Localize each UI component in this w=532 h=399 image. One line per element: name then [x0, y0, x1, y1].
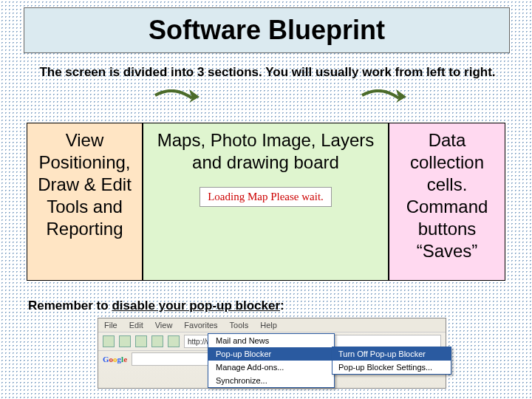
subtitle-text: The screen is divided into 3 sections. Y…	[21, 65, 514, 80]
menu-tools[interactable]: Tools	[230, 321, 249, 330]
back-icon[interactable]	[103, 335, 115, 347]
stop-icon[interactable]	[135, 335, 147, 347]
menu-item-manage-addons[interactable]: Manage Add-ons...	[208, 361, 334, 374]
menu-view[interactable]: View	[155, 321, 173, 330]
panel-right-text: Data collection cells. Command buttons “…	[392, 129, 502, 262]
reminder-text: Remember to disable your pop-up blocker:	[28, 299, 284, 313]
google-logo: Google	[103, 355, 127, 364]
page-title: Software Blueprint	[149, 15, 385, 46]
panel-middle-text: Maps, Photo Image, Layers and drawing bo…	[146, 129, 385, 174]
menu-item-mail-news[interactable]: Mail and News	[208, 334, 334, 347]
curved-arrow-icon	[355, 89, 406, 117]
menu-item-popup-blocker[interactable]: Pop-up Blocker	[208, 347, 334, 361]
loading-message: Loading Map Please wait.	[200, 187, 332, 207]
panels-row: View Positioning, Draw & Edit Tools and …	[27, 123, 505, 281]
panel-right: Data collection cells. Command buttons “…	[389, 123, 505, 281]
menu-item-synchronize[interactable]: Synchronize...	[208, 374, 334, 387]
menu-item-popup-settings[interactable]: Pop-up Blocker Settings...	[332, 361, 451, 374]
browser-menubar: File Edit View Favorites Tools Help	[98, 318, 446, 332]
panel-left: View Positioning, Draw & Edit Tools and …	[27, 123, 143, 281]
curved-arrow-icon	[148, 89, 200, 117]
menu-favorites[interactable]: Favorites	[184, 321, 217, 330]
menu-file[interactable]: File	[104, 321, 117, 330]
refresh-icon[interactable]	[151, 335, 163, 347]
panel-middle: Maps, Photo Image, Layers and drawing bo…	[143, 123, 389, 281]
menu-help[interactable]: Help	[260, 321, 277, 330]
home-icon[interactable]	[168, 335, 180, 347]
menu-item-turn-off-popup[interactable]: Turn Off Pop-up Blocker	[332, 347, 451, 361]
forward-icon[interactable]	[119, 335, 131, 347]
tools-dropdown-menu: Mail and News Pop-up Blocker Manage Add-…	[208, 333, 335, 388]
browser-window-mock: File Edit View Favorites Tools Help http…	[98, 318, 446, 389]
panel-left-text: View Positioning, Draw & Edit Tools and …	[30, 129, 139, 240]
title-box: Software Blueprint	[24, 7, 510, 53]
menu-edit[interactable]: Edit	[129, 321, 143, 330]
popup-blocker-submenu: Turn Off Pop-up Blocker Pop-up Blocker S…	[332, 347, 451, 375]
